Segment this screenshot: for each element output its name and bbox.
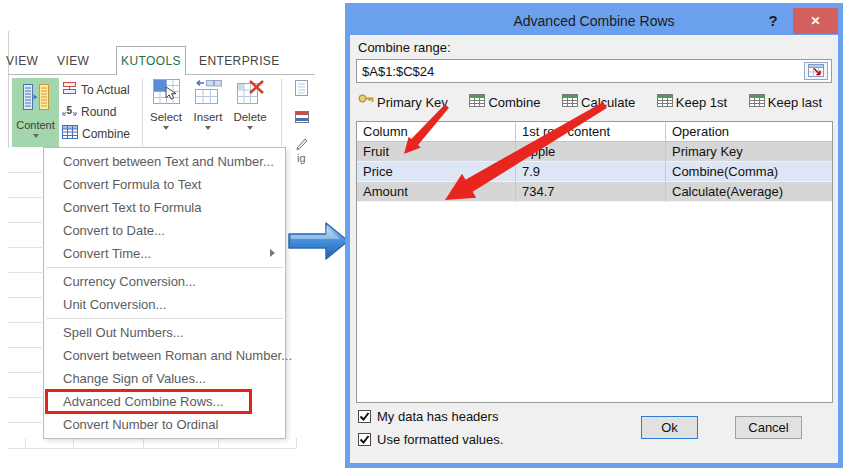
checkbox-checked-icon[interactable] — [358, 410, 371, 423]
menu-item-unit-conversion[interactable]: Unit Conversion... — [44, 293, 285, 316]
calculate-tool-label: Calculate — [581, 95, 635, 110]
checkbox-label: Use formatted values. — [377, 432, 503, 447]
keep-last-tool-button[interactable]: Keep last — [749, 93, 822, 111]
keep-first-tool-button[interactable]: Keep 1st — [657, 93, 727, 111]
calculate-tool-button[interactable]: Calculate — [562, 93, 635, 111]
menu-item-convert-text-to-formula[interactable]: Convert Text to Formula — [44, 196, 285, 219]
dialog-body: Combine range: $A$1:$C$24 — [350, 35, 838, 463]
table-row-price[interactable]: Price 7.9 Combine(Comma) — [357, 162, 832, 182]
menu-item-spell-out-numbers[interactable]: Spell Out Numbers... — [44, 321, 285, 344]
cell-first-row-content: 734.7 — [516, 182, 666, 202]
col-header-operation: Operation — [666, 122, 832, 142]
menu-separator — [46, 267, 283, 268]
col-header-first-row-content: 1st row content — [516, 122, 666, 142]
calculate-table-icon — [562, 93, 578, 111]
chevron-down-icon — [33, 134, 39, 138]
menu-item-convert-time[interactable]: Convert Time... — [44, 242, 285, 265]
menu-item-convert-to-date[interactable]: Convert to Date... — [44, 219, 285, 242]
cell-first-row-content: 7.9 — [516, 162, 666, 182]
table-row-fruit[interactable]: Fruit Apple Primary Key — [357, 142, 832, 162]
cancel-button[interactable]: Cancel — [735, 416, 802, 439]
combine-range-label: Combine range: — [358, 40, 451, 55]
cell-column: Amount — [357, 182, 516, 202]
menu-item-currency-conversion[interactable]: Currency Conversion... — [44, 270, 285, 293]
combine-table-icon — [469, 93, 485, 111]
range-picker-icon — [808, 64, 825, 78]
keep-last-table-icon — [749, 93, 765, 111]
table-header-row: Column 1st row content Operation — [357, 122, 832, 142]
menu-separator — [46, 318, 283, 319]
col-header-column: Column — [357, 122, 516, 142]
content-columns-icon — [21, 83, 51, 115]
menu-item-convert-formula-to-text[interactable]: Convert Formula to Text — [44, 173, 285, 196]
dialog-titlebar[interactable]: Advanced Combine Rows ? ✕ — [350, 8, 838, 35]
close-icon: ✕ — [810, 14, 820, 28]
combine-range-value[interactable]: $A$1:$C$24 — [357, 64, 804, 79]
cell-column: Price — [357, 162, 516, 182]
keep-first-table-icon — [657, 93, 673, 111]
flow-arrow-icon — [288, 219, 350, 263]
menu-item-change-sign-of-values[interactable]: Change Sign of Values... — [44, 367, 285, 390]
cell-operation: Combine(Comma) — [666, 162, 832, 182]
keep-last-tool-label: Keep last — [768, 95, 822, 110]
primary-key-label: Primary Key — [377, 95, 448, 110]
table-row-amount[interactable]: Amount 734.7 Calculate(Average) — [357, 182, 832, 202]
combine-tool-button[interactable]: Combine — [469, 93, 540, 111]
combine-tool-label: Combine — [488, 95, 540, 110]
cell-first-row-content: Apple — [516, 142, 666, 162]
checkbox-checked-icon[interactable] — [358, 433, 371, 446]
cell-operation: Primary Key — [666, 142, 832, 162]
primary-key-button[interactable]: Primary Key — [358, 92, 448, 112]
kutools-content-dropdown-menu: Convert between Text and Number... Conve… — [43, 147, 286, 439]
checkbox-use-formatted-values[interactable]: Use formatted values. — [358, 432, 503, 447]
checkbox-my-data-has-headers[interactable]: My data has headers — [358, 409, 498, 424]
menu-item-convert-number-to-ordinal[interactable]: Convert Number to Ordinal — [44, 413, 285, 436]
content-button[interactable]: Content — [12, 78, 59, 147]
operations-table: Column 1st row content Operation Fruit A… — [356, 121, 833, 403]
checkbox-label: My data has headers — [377, 409, 498, 424]
range-picker-button[interactable] — [804, 62, 828, 80]
screenshot-canvas: VIEW VIEW KUTOOLS ENTERPRISE — [0, 0, 847, 472]
menu-item-convert-text-number[interactable]: Convert between Text and Number... — [44, 150, 285, 173]
help-button[interactable]: ? — [765, 12, 781, 29]
close-button[interactable]: ✕ — [793, 8, 838, 34]
dialog-toolbar: Primary Key Combine Calculate — [358, 90, 822, 114]
tab-kutools[interactable]: KUTOOLS — [116, 46, 186, 75]
advanced-combine-rows-dialog: Advanced Combine Rows ? ✕ Combine range:… — [345, 3, 843, 468]
content-button-label: Content — [16, 119, 55, 131]
submenu-arrow-icon — [270, 249, 275, 257]
menu-item-label: Convert Time... — [63, 246, 151, 261]
ok-button[interactable]: Ok — [641, 416, 698, 439]
menu-item-advanced-combine-rows[interactable]: Advanced Combine Rows... — [44, 390, 285, 413]
menu-item-convert-roman-number[interactable]: Convert between Roman and Number... — [44, 344, 285, 367]
primary-key-icon — [358, 92, 374, 112]
cell-operation: Calculate(Average) — [666, 182, 832, 202]
combine-range-input[interactable]: $A$1:$C$24 — [356, 59, 832, 83]
keep-first-tool-label: Keep 1st — [676, 95, 727, 110]
cell-column: Fruit — [357, 142, 516, 162]
